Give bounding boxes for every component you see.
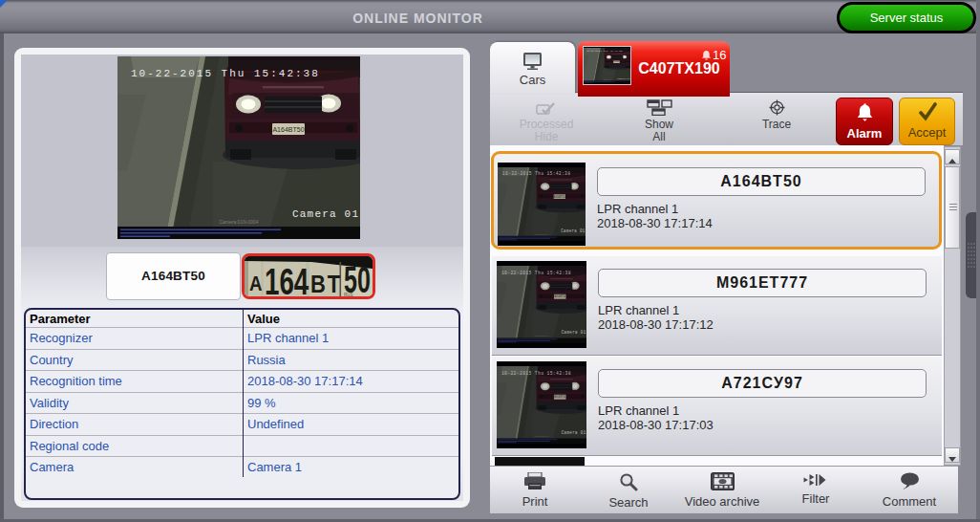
svg-text:RUS: RUS	[344, 293, 353, 297]
svg-text:50: 50	[344, 260, 371, 296]
svg-text:BT: BT	[310, 272, 342, 296]
svg-text:164: 164	[265, 262, 309, 296]
svg-text:A: A	[249, 272, 263, 295]
